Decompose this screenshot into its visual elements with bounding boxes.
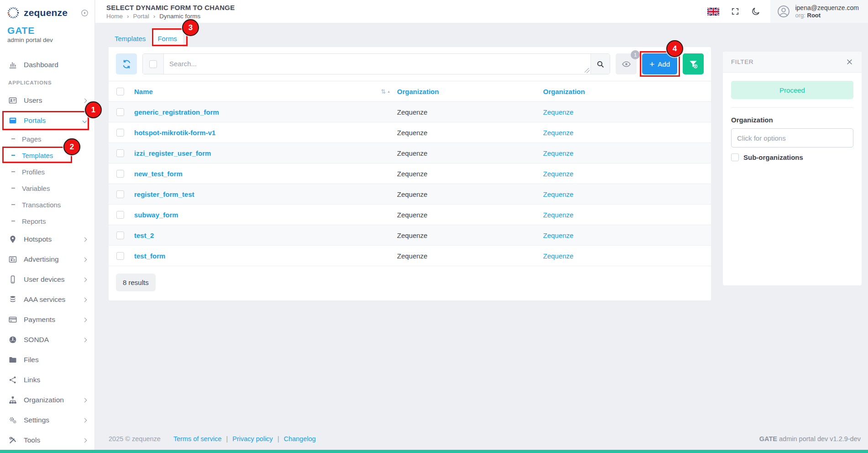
terms-link[interactable]: Terms of service — [173, 435, 222, 442]
sidebar-item-tools[interactable]: Tools — [0, 430, 94, 450]
sidebar-item-label: User devices — [24, 275, 65, 284]
sidebar-item-reports[interactable]: Reports — [0, 213, 94, 229]
form-name-link[interactable]: izzi_register_user_form — [134, 149, 211, 157]
dash-icon — [11, 155, 15, 156]
row-checkbox[interactable] — [116, 190, 124, 198]
row-checkbox[interactable] — [116, 232, 124, 239]
app-subtitle: admin portal dev — [7, 37, 87, 43]
sidebar-item-payments[interactable]: Payments — [0, 310, 94, 330]
fullscreen-icon[interactable] — [731, 7, 740, 16]
breadcrumb-separator: › — [153, 13, 156, 20]
sidebar-item-dashboard[interactable]: Dashboard — [0, 55, 94, 75]
share-nodes-icon — [8, 375, 17, 385]
column-header-organization-2[interactable]: Organization — [543, 88, 711, 95]
select-all-checkbox[interactable] — [149, 60, 157, 68]
tab-forms[interactable]: Forms — [152, 30, 183, 47]
sidebar-item-advertising[interactable]: Advertising — [0, 249, 94, 269]
sidebar-item-settings[interactable]: Settings — [0, 410, 94, 430]
changelog-link[interactable]: Changelog — [284, 435, 316, 442]
add-button[interactable]: + Add — [642, 53, 677, 74]
form-name-link[interactable]: test_2 — [134, 232, 154, 239]
user-org: org: Root — [795, 12, 859, 19]
form-name-link[interactable]: hotspot-mikrotik-form-v1 — [134, 129, 215, 137]
sidebar-item-users[interactable]: Users — [0, 90, 94, 111]
breadcrumb-portal[interactable]: Portal — [133, 13, 149, 20]
form-name-link[interactable]: new_test_form — [134, 170, 183, 178]
column-header-name[interactable]: Name ⇅ ▴ — [134, 88, 397, 95]
sidebar-item-files[interactable]: Files — [0, 350, 94, 370]
breadcrumb-separator: › — [127, 13, 129, 20]
sidebar-item-hotspots[interactable]: Hotspots — [0, 229, 94, 249]
org-link[interactable]: Zequenze — [543, 211, 574, 219]
org-cell: Zequenze — [397, 252, 543, 260]
sidebar-item-profiles[interactable]: Profiles — [0, 163, 94, 180]
brand-logo: zequenze — [0, 0, 94, 21]
chevron-right-icon — [83, 418, 87, 422]
user-menu[interactable]: ipena@zequenze.com org: Root — [770, 0, 868, 23]
app-window-icon — [8, 116, 17, 125]
form-name-link[interactable]: subway_form — [134, 211, 178, 219]
newspaper-icon — [8, 255, 17, 264]
folder-icon — [8, 355, 17, 364]
privacy-link[interactable]: Privacy policy — [232, 435, 273, 442]
sidebar-toggle-icon[interactable] — [80, 9, 89, 17]
sidebar-item-portals[interactable]: Portals — [0, 111, 94, 131]
header-checkbox-cell — [109, 88, 134, 95]
sidebar-item-label: Links — [24, 376, 40, 384]
sidebar: zequenze GATE admin portal dev Dashboard… — [0, 0, 95, 453]
tab-templates[interactable]: Templates — [109, 30, 152, 47]
header-checkbox[interactable] — [116, 88, 124, 95]
proceed-button[interactable]: Proceed — [731, 81, 853, 99]
divider — [731, 107, 853, 108]
sidebar-item-user-devices[interactable]: User devices — [0, 269, 94, 290]
footer: 2025 © zequenze Terms of service | Priva… — [109, 435, 861, 442]
sort-icons[interactable]: ⇅ ▴ — [381, 88, 390, 95]
sidebar-item-links[interactable]: Links — [0, 370, 94, 390]
sidebar-item-transactions[interactable]: Transactions — [0, 196, 94, 213]
organization-select[interactable] — [731, 128, 853, 147]
dark-mode-moon-icon[interactable] — [751, 7, 760, 16]
org-link[interactable]: Zequenze — [543, 232, 574, 239]
form-name-link[interactable]: register_form_test — [134, 190, 194, 198]
search-button[interactable] — [591, 54, 610, 74]
row-checkbox[interactable] — [116, 170, 124, 178]
form-name-link[interactable]: generic_registration_form — [134, 108, 219, 116]
sitemap-icon — [8, 395, 17, 405]
column-header-label: Name — [134, 88, 153, 95]
sidebar-item-label: SONDA — [24, 336, 49, 344]
user-info: ipena@zequenze.com org: Root — [795, 4, 859, 19]
refresh-button[interactable] — [116, 53, 137, 74]
sidebar-item-templates[interactable]: Templates — [0, 147, 94, 163]
language-flag-icon[interactable] — [707, 8, 719, 16]
eye-icon — [622, 59, 631, 69]
row-checkbox[interactable] — [116, 211, 124, 219]
sidebar-item-label: Dashboard — [24, 61, 58, 69]
sidebar-item-variables[interactable]: Variables — [0, 180, 94, 196]
search-input[interactable] — [164, 54, 591, 74]
org-link[interactable]: Zequenze — [543, 170, 574, 178]
org-link[interactable]: Zequenze — [543, 149, 574, 157]
org-link[interactable]: Zequenze — [543, 129, 574, 137]
sub-organizations-checkbox[interactable] — [731, 153, 739, 161]
zequenze-logo-icon — [6, 6, 20, 20]
filter-panel: FILTER Proceed Organization Sub-organiza… — [723, 52, 862, 285]
form-name-link[interactable]: test_form — [134, 252, 165, 260]
row-checkbox[interactable] — [116, 252, 124, 260]
sidebar-item-sonda[interactable]: SONDA — [0, 330, 94, 350]
row-checkbox[interactable] — [116, 129, 124, 137]
sidebar-item-organization[interactable]: Organization — [0, 390, 94, 410]
sidebar-item-aaa-services[interactable]: AAA services — [0, 290, 94, 310]
breadcrumb-current: Dynamic forms — [159, 13, 200, 20]
org-link[interactable]: Zequenze — [543, 190, 574, 198]
table-header-row: Name ⇅ ▴ Organization Organization — [109, 81, 711, 102]
row-checkbox[interactable] — [116, 149, 124, 157]
breadcrumb-home[interactable]: Home — [106, 13, 123, 20]
filter-toggle-button[interactable] — [683, 53, 704, 74]
close-icon[interactable] — [846, 58, 853, 66]
sub-organizations-option: Sub-organizations — [731, 153, 853, 161]
org-link[interactable]: Zequenze — [543, 252, 574, 260]
sidebar-item-pages[interactable]: Pages — [0, 131, 94, 147]
org-link[interactable]: Zequenze — [543, 108, 574, 116]
row-checkbox[interactable] — [116, 108, 124, 116]
column-header-organization[interactable]: Organization — [397, 88, 543, 95]
